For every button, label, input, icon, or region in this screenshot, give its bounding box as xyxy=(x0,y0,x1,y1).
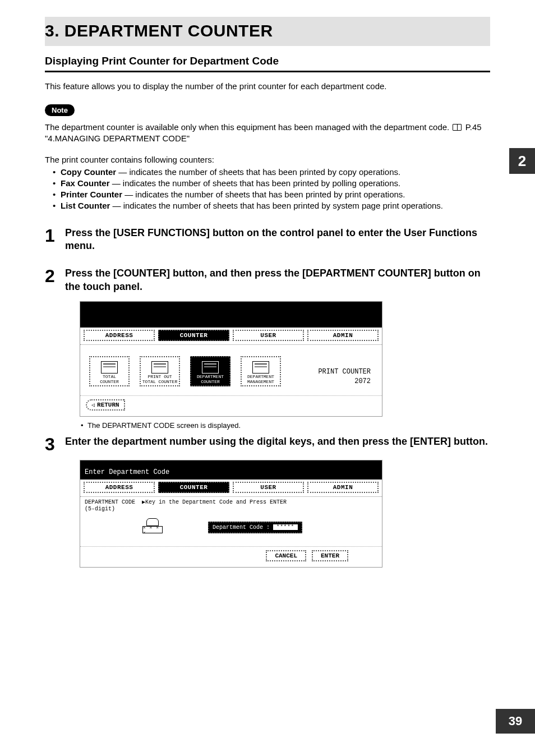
counter-icon xyxy=(202,361,219,374)
list-item: Printer Counter — indicates the number o… xyxy=(53,189,490,200)
chapter-tab: 2 xyxy=(509,148,535,174)
total-counter-button[interactable]: TOTALCOUNTER xyxy=(89,356,130,386)
screen-title-bar xyxy=(80,302,382,328)
section-heading-bar: 3. DEPARTMENT COUNTER xyxy=(45,17,490,46)
enter-button[interactable]: ENTER xyxy=(312,550,348,561)
counter-list: Copy Counter — indicates the number of s… xyxy=(45,167,490,212)
step-text: Press the [USER FUNCTIONS] button on the… xyxy=(65,227,490,253)
touch-panel-screenshot-2: Enter Department Code ADDRESS COUNTER US… xyxy=(80,460,382,568)
return-button[interactable]: RETURN xyxy=(86,399,125,411)
keypad-icon: × × × × xyxy=(142,518,163,536)
printer-icon xyxy=(151,361,168,374)
note-line-1: The department counter is available only… xyxy=(45,122,449,132)
note-badge: Note xyxy=(45,104,75,116)
book-icon xyxy=(453,124,462,131)
department-management-button[interactable]: DEPARTMENTMANAGEMENT xyxy=(241,356,281,386)
print-out-total-counter-button[interactable]: PRINT OUTTOTAL COUNTER xyxy=(140,356,180,386)
note-body: The department counter is available only… xyxy=(45,122,490,145)
tab-address[interactable]: ADDRESS xyxy=(84,482,155,493)
tab-address[interactable]: ADDRESS xyxy=(84,330,155,341)
intro-text: This feature allows you to display the n… xyxy=(45,81,490,91)
section-heading: 3. DEPARTMENT COUNTER xyxy=(45,21,490,40)
list-item: Copy Counter — indicates the number of s… xyxy=(53,167,490,178)
tab-admin[interactable]: ADMIN xyxy=(307,482,379,493)
tab-admin[interactable]: ADMIN xyxy=(307,330,379,341)
counters-intro: The print counter contains following cou… xyxy=(45,155,490,164)
department-code-field[interactable]: Department Code : ***** xyxy=(208,522,302,533)
step-number: 2 xyxy=(45,267,65,293)
tab-counter[interactable]: COUNTER xyxy=(158,330,229,341)
cancel-button[interactable]: CANCEL xyxy=(266,550,306,561)
step-subtext: The DEPARTMENT CODE screen is displayed. xyxy=(80,421,490,430)
step-number: 1 xyxy=(45,227,65,253)
tab-counter[interactable]: COUNTER xyxy=(158,482,229,493)
screen-title-bar: Enter Department Code xyxy=(80,460,382,480)
counter-icon xyxy=(101,361,118,374)
touch-panel-screenshot-1: ADDRESS COUNTER USER ADMIN TOTALCOUNTER … xyxy=(80,301,382,417)
step-text: Enter the department number using the di… xyxy=(65,435,490,448)
subsection-heading: Displaying Print Counter for Department … xyxy=(45,55,490,67)
list-item: Fax Counter — indicates the number of sh… xyxy=(53,178,490,189)
heading-rule xyxy=(45,71,490,72)
list-item: List Counter — indicates the number of s… xyxy=(53,200,490,211)
tab-user[interactable]: USER xyxy=(233,330,304,341)
page-number: 39 xyxy=(496,709,535,734)
step-number: 3 xyxy=(45,435,65,453)
hint-text: DEPARTMENT CODE ▶Key in the Department C… xyxy=(80,497,382,514)
step-text: Press the [COUNTER] button, and then pre… xyxy=(65,267,490,293)
tab-user[interactable]: USER xyxy=(233,482,304,493)
management-icon xyxy=(252,361,269,374)
print-counter-readout: PRINT COUNTER 2072 xyxy=(318,367,373,386)
department-counter-button[interactable]: DEPARTMENTCOUNTER xyxy=(190,356,230,386)
